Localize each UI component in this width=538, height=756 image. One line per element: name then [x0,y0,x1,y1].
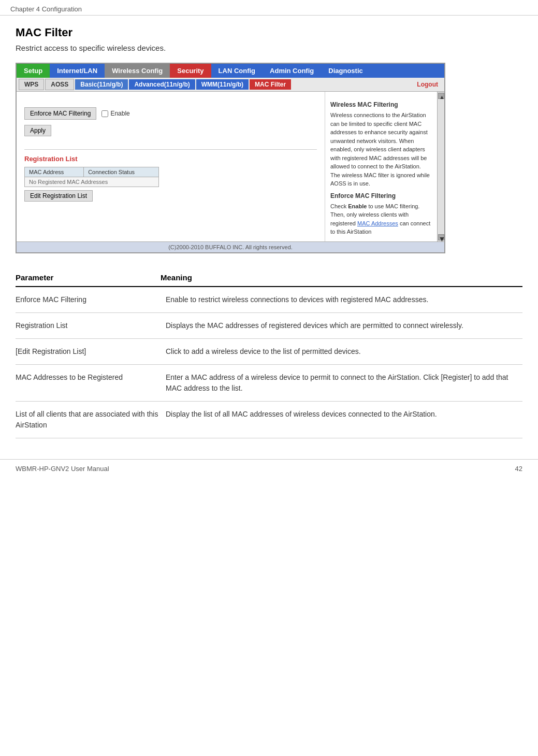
router-right-wrapper: Wireless MAC Filtering Wireless connecti… [325,92,444,241]
router-frame: Setup Internet/LAN Wireless Config Secur… [16,63,445,253]
subnav-advanced[interactable]: Advanced(11n/g/b) [129,79,195,90]
param-cell: Registration List [16,312,161,338]
table-row: No Registered MAC Addresses [25,177,159,187]
footer-left: WBMR-HP-GNV2 User Manual [16,465,109,473]
table-row: [Edit Registration List]Click to add a w… [16,338,522,364]
scroll-up-arrow[interactable]: ▲ [438,93,444,99]
enable-checkbox[interactable] [101,110,108,117]
subnav-wps[interactable]: WPS [19,79,44,90]
param-cell: [Edit Registration List] [16,338,161,364]
enforce-mac-button[interactable]: Enforce MAC Filtering [24,107,96,120]
enable-label: Enable [110,110,129,117]
page-subtitle: Restrict access to specific wireless dev… [16,44,522,52]
sub-nav: WPS AOSS Basic(11n/g/b) Advanced(11n/g/b… [17,78,444,92]
parameter-table: Parameter Meaning Enforce MAC FilteringE… [16,269,522,438]
connection-status-col-header: Connection Status [84,167,159,177]
page-footer: WBMR-HP-GNV2 User Manual 42 [0,459,538,483]
help-text-2: Check Enable to use MAC filtering. Then,… [330,202,432,236]
help-text-1: Wireless connections to the AirStation c… [330,111,432,188]
subnav-wmm[interactable]: WMM(11n/g/b) [196,79,249,90]
table-row: Enforce MAC FilteringEnable to restrict … [16,287,522,313]
param-cell: Enforce MAC Filtering [16,287,161,313]
param-cell: List of all clients that are associated … [16,401,161,438]
top-nav: Setup Internet/LAN Wireless Config Secur… [17,64,444,78]
chapter-title: Chapter 4 Configuration [10,5,82,13]
meaning-cell: Display the list of all MAC addresses of… [161,401,522,438]
nav-lan[interactable]: LAN Config [211,64,263,78]
subnav-basic[interactable]: Basic(11n/g/b) [75,79,128,90]
logout-link[interactable]: Logout [417,81,442,88]
help-title-1: Wireless MAC Filtering [330,101,432,108]
subnav-aoss[interactable]: AOSS [45,79,74,90]
table-row: MAC Addresses to be RegisteredEnter a MA… [16,364,522,401]
page-title: MAC Filter [16,26,522,39]
meaning-cell: Enable to restrict wireless connections … [161,287,522,313]
router-main: Enforce MAC Filtering Enable Apply Regis… [17,92,444,241]
nav-admin[interactable]: Admin Config [263,64,321,78]
table-row: List of all clients that are associated … [16,401,522,438]
param-cell: MAC Addresses to be Registered [16,364,161,401]
footer-right: 42 [515,465,522,473]
router-left-panel: Enforce MAC Filtering Enable Apply Regis… [17,92,325,241]
help-title-2: Enforce MAC Filtering [330,192,432,199]
nav-diagnostic[interactable]: Diagnostic [321,64,370,78]
meaning-cell: Displays the MAC addresses of registered… [161,312,522,338]
enforce-row: Enforce MAC Filtering Enable [24,107,317,120]
scroll-down-arrow[interactable]: ▼ [438,234,444,240]
param-col-header: Parameter [16,269,161,287]
param-table-wrapper: Parameter Meaning Enforce MAC FilteringE… [16,269,522,438]
router-footer: (C)2000-2010 BUFFALO INC. All rights res… [17,241,444,252]
edit-registration-button[interactable]: Edit Registration List [24,190,93,202]
nav-internet[interactable]: Internet/LAN [50,64,105,78]
router-right-panel: Wireless MAC Filtering Wireless connecti… [325,92,437,241]
enable-checkbox-row: Enable [101,110,129,117]
nav-security[interactable]: Security [170,64,211,78]
mac-address-col-header: MAC Address [25,167,84,177]
meaning-cell: Enter a MAC address of a wireless device… [161,364,522,401]
registration-list-title: Registration List [24,155,317,163]
nav-wireless[interactable]: Wireless Config [105,64,170,78]
chapter-header: Chapter 4 Configuration [0,0,538,16]
content-area: MAC Filter Restrict access to specific w… [0,16,538,449]
divider [24,149,317,150]
scroll-track [438,99,444,234]
registration-table: MAC Address Connection Status No Registe… [24,167,159,187]
apply-button[interactable]: Apply [24,125,51,136]
mac-addresses-link[interactable]: MAC Addresses [357,220,398,226]
table-row: Registration ListDisplays the MAC addres… [16,312,522,338]
no-registered-cell: No Registered MAC Addresses [25,177,159,187]
nav-setup[interactable]: Setup [17,64,50,78]
meaning-col-header: Meaning [161,269,522,287]
meaning-cell: Click to add a wireless device to the li… [161,338,522,364]
scrollbar[interactable]: ▲ ▼ [437,92,444,241]
subnav-macfilter[interactable]: MAC Filter [250,79,291,90]
